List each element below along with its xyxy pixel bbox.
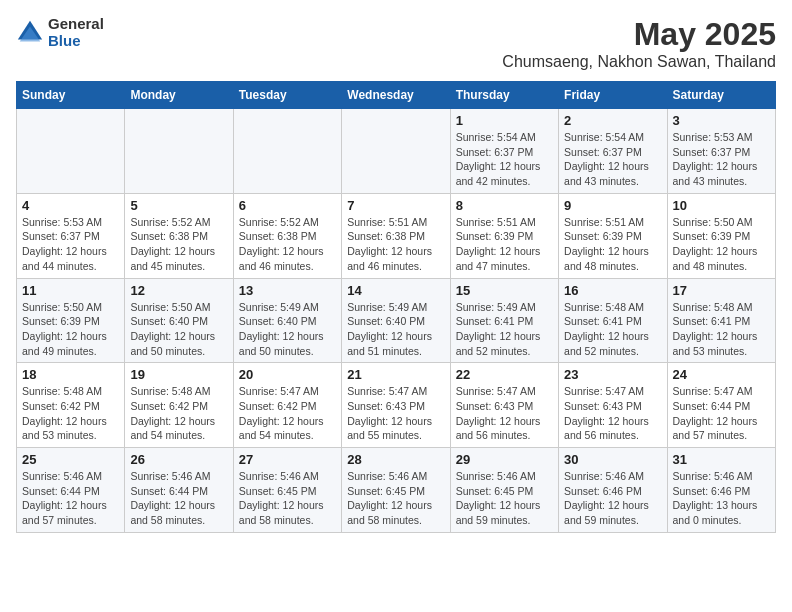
day-number: 14 <box>347 283 444 298</box>
calendar-cell: 9Sunrise: 5:51 AM Sunset: 6:39 PM Daylig… <box>559 193 667 278</box>
day-number: 3 <box>673 113 770 128</box>
day-info: Sunrise: 5:47 AM Sunset: 6:43 PM Dayligh… <box>456 384 553 443</box>
logo: General Blue <box>16 16 104 49</box>
calendar-cell: 31Sunrise: 5:46 AM Sunset: 6:46 PM Dayli… <box>667 448 775 533</box>
day-number: 1 <box>456 113 553 128</box>
day-info: Sunrise: 5:48 AM Sunset: 6:42 PM Dayligh… <box>130 384 227 443</box>
calendar-cell <box>342 109 450 194</box>
day-number: 6 <box>239 198 336 213</box>
calendar-table: SundayMondayTuesdayWednesdayThursdayFrid… <box>16 81 776 533</box>
header-sunday: Sunday <box>17 82 125 109</box>
day-info: Sunrise: 5:51 AM Sunset: 6:39 PM Dayligh… <box>456 215 553 274</box>
day-number: 9 <box>564 198 661 213</box>
calendar-cell: 29Sunrise: 5:46 AM Sunset: 6:45 PM Dayli… <box>450 448 558 533</box>
calendar-cell <box>233 109 341 194</box>
day-info: Sunrise: 5:47 AM Sunset: 6:43 PM Dayligh… <box>347 384 444 443</box>
day-number: 19 <box>130 367 227 382</box>
day-number: 23 <box>564 367 661 382</box>
day-info: Sunrise: 5:50 AM Sunset: 6:40 PM Dayligh… <box>130 300 227 359</box>
day-info: Sunrise: 5:47 AM Sunset: 6:43 PM Dayligh… <box>564 384 661 443</box>
calendar-subtitle: Chumsaeng, Nakhon Sawan, Thailand <box>502 53 776 71</box>
calendar-cell: 23Sunrise: 5:47 AM Sunset: 6:43 PM Dayli… <box>559 363 667 448</box>
calendar-cell: 20Sunrise: 5:47 AM Sunset: 6:42 PM Dayli… <box>233 363 341 448</box>
calendar-cell: 16Sunrise: 5:48 AM Sunset: 6:41 PM Dayli… <box>559 278 667 363</box>
day-number: 17 <box>673 283 770 298</box>
calendar-week-row: 1Sunrise: 5:54 AM Sunset: 6:37 PM Daylig… <box>17 109 776 194</box>
day-number: 25 <box>22 452 119 467</box>
day-number: 21 <box>347 367 444 382</box>
calendar-cell: 11Sunrise: 5:50 AM Sunset: 6:39 PM Dayli… <box>17 278 125 363</box>
header-friday: Friday <box>559 82 667 109</box>
day-number: 26 <box>130 452 227 467</box>
calendar-cell <box>17 109 125 194</box>
day-info: Sunrise: 5:48 AM Sunset: 6:42 PM Dayligh… <box>22 384 119 443</box>
calendar-week-row: 18Sunrise: 5:48 AM Sunset: 6:42 PM Dayli… <box>17 363 776 448</box>
day-info: Sunrise: 5:46 AM Sunset: 6:44 PM Dayligh… <box>130 469 227 528</box>
calendar-cell: 7Sunrise: 5:51 AM Sunset: 6:38 PM Daylig… <box>342 193 450 278</box>
calendar-cell: 4Sunrise: 5:53 AM Sunset: 6:37 PM Daylig… <box>17 193 125 278</box>
header-tuesday: Tuesday <box>233 82 341 109</box>
calendar-cell: 5Sunrise: 5:52 AM Sunset: 6:38 PM Daylig… <box>125 193 233 278</box>
calendar-cell: 25Sunrise: 5:46 AM Sunset: 6:44 PM Dayli… <box>17 448 125 533</box>
header-saturday: Saturday <box>667 82 775 109</box>
calendar-week-row: 4Sunrise: 5:53 AM Sunset: 6:37 PM Daylig… <box>17 193 776 278</box>
calendar-cell: 28Sunrise: 5:46 AM Sunset: 6:45 PM Dayli… <box>342 448 450 533</box>
calendar-cell: 30Sunrise: 5:46 AM Sunset: 6:46 PM Dayli… <box>559 448 667 533</box>
calendar-cell: 3Sunrise: 5:53 AM Sunset: 6:37 PM Daylig… <box>667 109 775 194</box>
calendar-cell: 6Sunrise: 5:52 AM Sunset: 6:38 PM Daylig… <box>233 193 341 278</box>
day-info: Sunrise: 5:46 AM Sunset: 6:44 PM Dayligh… <box>22 469 119 528</box>
calendar-cell: 13Sunrise: 5:49 AM Sunset: 6:40 PM Dayli… <box>233 278 341 363</box>
calendar-cell: 27Sunrise: 5:46 AM Sunset: 6:45 PM Dayli… <box>233 448 341 533</box>
page-header: General Blue May 2025 Chumsaeng, Nakhon … <box>16 16 776 71</box>
title-block: May 2025 Chumsaeng, Nakhon Sawan, Thaila… <box>502 16 776 71</box>
day-number: 20 <box>239 367 336 382</box>
day-number: 10 <box>673 198 770 213</box>
calendar-cell: 10Sunrise: 5:50 AM Sunset: 6:39 PM Dayli… <box>667 193 775 278</box>
calendar-header-row: SundayMondayTuesdayWednesdayThursdayFrid… <box>17 82 776 109</box>
calendar-title: May 2025 <box>502 16 776 53</box>
calendar-cell <box>125 109 233 194</box>
day-info: Sunrise: 5:52 AM Sunset: 6:38 PM Dayligh… <box>130 215 227 274</box>
day-number: 2 <box>564 113 661 128</box>
calendar-cell: 21Sunrise: 5:47 AM Sunset: 6:43 PM Dayli… <box>342 363 450 448</box>
header-wednesday: Wednesday <box>342 82 450 109</box>
day-info: Sunrise: 5:49 AM Sunset: 6:40 PM Dayligh… <box>347 300 444 359</box>
calendar-cell: 17Sunrise: 5:48 AM Sunset: 6:41 PM Dayli… <box>667 278 775 363</box>
calendar-cell: 2Sunrise: 5:54 AM Sunset: 6:37 PM Daylig… <box>559 109 667 194</box>
day-info: Sunrise: 5:50 AM Sunset: 6:39 PM Dayligh… <box>22 300 119 359</box>
header-monday: Monday <box>125 82 233 109</box>
header-thursday: Thursday <box>450 82 558 109</box>
day-info: Sunrise: 5:54 AM Sunset: 6:37 PM Dayligh… <box>564 130 661 189</box>
day-number: 11 <box>22 283 119 298</box>
day-number: 28 <box>347 452 444 467</box>
day-info: Sunrise: 5:48 AM Sunset: 6:41 PM Dayligh… <box>673 300 770 359</box>
day-info: Sunrise: 5:50 AM Sunset: 6:39 PM Dayligh… <box>673 215 770 274</box>
calendar-cell: 14Sunrise: 5:49 AM Sunset: 6:40 PM Dayli… <box>342 278 450 363</box>
day-info: Sunrise: 5:46 AM Sunset: 6:46 PM Dayligh… <box>564 469 661 528</box>
calendar-week-row: 25Sunrise: 5:46 AM Sunset: 6:44 PM Dayli… <box>17 448 776 533</box>
day-info: Sunrise: 5:53 AM Sunset: 6:37 PM Dayligh… <box>22 215 119 274</box>
day-number: 30 <box>564 452 661 467</box>
day-info: Sunrise: 5:47 AM Sunset: 6:42 PM Dayligh… <box>239 384 336 443</box>
calendar-cell: 26Sunrise: 5:46 AM Sunset: 6:44 PM Dayli… <box>125 448 233 533</box>
calendar-cell: 18Sunrise: 5:48 AM Sunset: 6:42 PM Dayli… <box>17 363 125 448</box>
day-info: Sunrise: 5:48 AM Sunset: 6:41 PM Dayligh… <box>564 300 661 359</box>
day-info: Sunrise: 5:52 AM Sunset: 6:38 PM Dayligh… <box>239 215 336 274</box>
day-info: Sunrise: 5:54 AM Sunset: 6:37 PM Dayligh… <box>456 130 553 189</box>
day-info: Sunrise: 5:46 AM Sunset: 6:45 PM Dayligh… <box>456 469 553 528</box>
day-info: Sunrise: 5:46 AM Sunset: 6:45 PM Dayligh… <box>239 469 336 528</box>
logo-icon <box>16 19 44 47</box>
day-number: 27 <box>239 452 336 467</box>
calendar-week-row: 11Sunrise: 5:50 AM Sunset: 6:39 PM Dayli… <box>17 278 776 363</box>
day-info: Sunrise: 5:51 AM Sunset: 6:39 PM Dayligh… <box>564 215 661 274</box>
calendar-cell: 8Sunrise: 5:51 AM Sunset: 6:39 PM Daylig… <box>450 193 558 278</box>
logo-blue-text: Blue <box>48 33 104 50</box>
day-number: 31 <box>673 452 770 467</box>
calendar-cell: 15Sunrise: 5:49 AM Sunset: 6:41 PM Dayli… <box>450 278 558 363</box>
day-info: Sunrise: 5:51 AM Sunset: 6:38 PM Dayligh… <box>347 215 444 274</box>
day-number: 4 <box>22 198 119 213</box>
day-number: 16 <box>564 283 661 298</box>
day-number: 8 <box>456 198 553 213</box>
calendar-cell: 12Sunrise: 5:50 AM Sunset: 6:40 PM Dayli… <box>125 278 233 363</box>
calendar-cell: 24Sunrise: 5:47 AM Sunset: 6:44 PM Dayli… <box>667 363 775 448</box>
